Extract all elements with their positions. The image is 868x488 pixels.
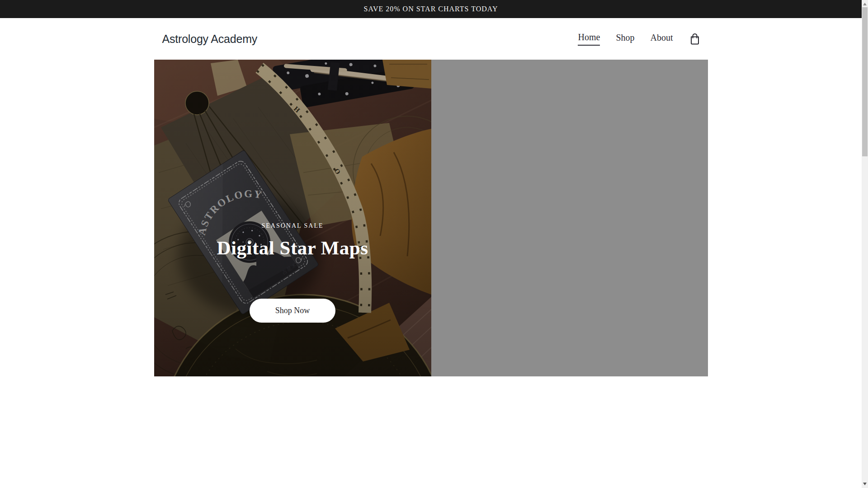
- hero-image: H O R ASTROLOGY: [154, 60, 431, 376]
- nav-link-home[interactable]: Home: [578, 32, 600, 46]
- cart-button[interactable]: [690, 33, 700, 45]
- scroll-up-arrow[interactable]: [863, 3, 867, 5]
- site-logo[interactable]: Astrology Academy: [162, 33, 258, 46]
- nav-link-about[interactable]: About: [651, 33, 673, 45]
- nav-link-shop[interactable]: Shop: [616, 33, 634, 45]
- main-nav: Home Shop About: [562, 32, 699, 46]
- site-header: Astrology Academy Home Shop About: [0, 18, 862, 60]
- scrollbar-thumb[interactable]: [862, 7, 868, 156]
- announcement-bar: SAVE 20% ON STAR CHARTS TODAY: [0, 0, 862, 18]
- page: SAVE 20% ON STAR CHARTS TODAY Astrology …: [0, 0, 862, 488]
- hero-content: SEASONAL SALE Digital Star Maps Shop Now: [154, 60, 431, 376]
- hero-eyebrow: SEASONAL SALE: [261, 222, 323, 230]
- scroll-down-arrow[interactable]: [863, 483, 867, 485]
- shopping-bag-icon: [690, 33, 700, 45]
- hero-section: H O R ASTROLOGY: [154, 60, 708, 376]
- scrollbar[interactable]: [862, 0, 868, 488]
- announcement-text: SAVE 20% ON STAR CHARTS TODAY: [364, 5, 498, 13]
- hero-title: Digital Star Maps: [217, 237, 368, 259]
- hero-image-placeholder: [431, 60, 708, 376]
- shop-now-button[interactable]: Shop Now: [250, 299, 335, 323]
